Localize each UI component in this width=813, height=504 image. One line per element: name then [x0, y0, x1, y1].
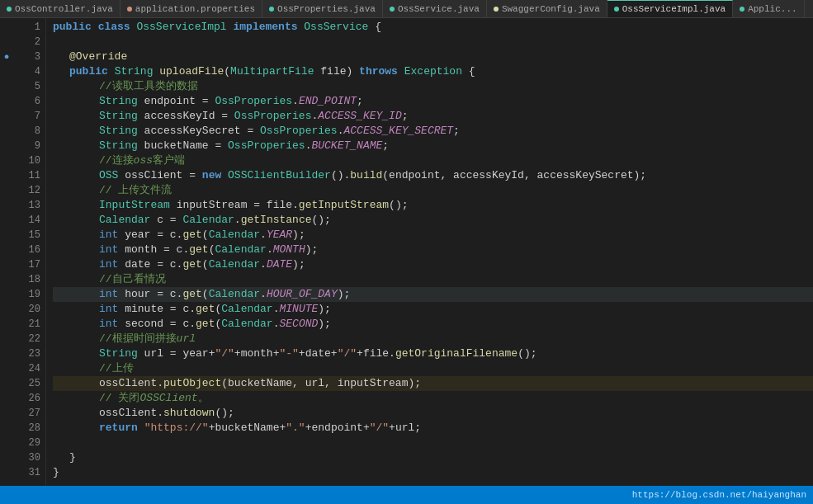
code-line-10: //连接oss客户端 — [53, 153, 813, 168]
code-line-3: @Override — [53, 49, 813, 64]
code-line-18: //自己看情况 — [53, 272, 813, 287]
tab-osscontroller[interactable]: OssController.java — [0, 0, 121, 18]
code-line-21: int second = c.get(Calendar.SECOND); — [53, 317, 813, 332]
code-line-30: } — [53, 450, 813, 465]
gutter-icons: ● — [0, 18, 13, 486]
code-line-12: // 上传文件流 — [53, 183, 813, 198]
code-line-4: public String uploadFile(MultipartFile f… — [53, 64, 813, 79]
code-area[interactable]: public class OssServiceImpl implements O… — [46, 18, 813, 486]
code-line-2 — [53, 35, 813, 49]
code-line-17: int date = c.get(Calendar.DATE); — [53, 257, 813, 272]
tab-swaggerconfig[interactable]: SwaggerConfig.java — [487, 0, 607, 18]
code-line-23: String url = year+"/"+month+"-"+date+"/"… — [53, 346, 813, 361]
code-line-29 — [53, 436, 813, 450]
tab-applic[interactable]: Applic... — [733, 0, 804, 18]
code-line-20: int minute = c.get(Calendar.MINUTE); — [53, 302, 813, 317]
tabs-bar: OssController.java application.propertie… — [0, 0, 813, 18]
code-line-31: } — [53, 465, 813, 480]
code-line-22: //根据时间拼接url — [53, 332, 813, 346]
line-numbers: 1 2 3 4 5 6 7 8 9 10 11 12 13 14 15 16 1… — [13, 18, 46, 486]
tab-ossserviceimpl[interactable]: OssServiceImpl.java — [607, 0, 733, 18]
code-line-1: public class OssServiceImpl implements O… — [53, 20, 813, 35]
code-line-8: String accessKeySecret = OssProperies.AC… — [53, 124, 813, 139]
code-line-26: // 关闭OSSClient。 — [53, 391, 813, 406]
editor-container: ● 1 2 3 4 5 6 7 8 — [0, 18, 813, 486]
code-line-14: Calendar c = Calendar.getInstance(); — [53, 213, 813, 228]
code-line-27: ossClient.shutdown(); — [53, 406, 813, 421]
code-line-15: int year = c.get(Calendar.YEAR); — [53, 228, 813, 243]
code-line-25: ossClient.putObject(bucketName, url, inp… — [53, 376, 813, 391]
code-line-11: OSS ossClient = new OSSClientBuilder().b… — [53, 168, 813, 183]
code-line-24: //上传 — [53, 361, 813, 376]
tab-ossproperties[interactable]: OssProperties.java — [262, 0, 383, 18]
code-line-6: String endpoint = OssProperies.END_POINT… — [53, 94, 813, 109]
code-line-16: int month = c.get(Calendar.MONTH); — [53, 243, 813, 257]
status-url: https://blog.csdn.net/haiyanghan — [632, 490, 806, 500]
code-line-9: String bucketName = OssProperies.BUCKET_… — [53, 139, 813, 153]
status-bar: https://blog.csdn.net/haiyanghan — [0, 486, 813, 504]
code-line-13: InputStream inputStream = file.getInputS… — [53, 198, 813, 213]
code-line-28: return "https://"+bucketName+"."+endpoin… — [53, 421, 813, 436]
code-line-7: String accessKeyId = OssProperies.ACCESS… — [53, 109, 813, 124]
tab-ossservice[interactable]: OssService.java — [383, 0, 487, 18]
code-line-19: int hour = c.get(Calendar.HOUR_OF_DAY); — [53, 287, 813, 302]
code-line-5: //读取工具类的数据 — [53, 79, 813, 94]
tab-application-properties[interactable]: application.properties — [121, 0, 262, 18]
